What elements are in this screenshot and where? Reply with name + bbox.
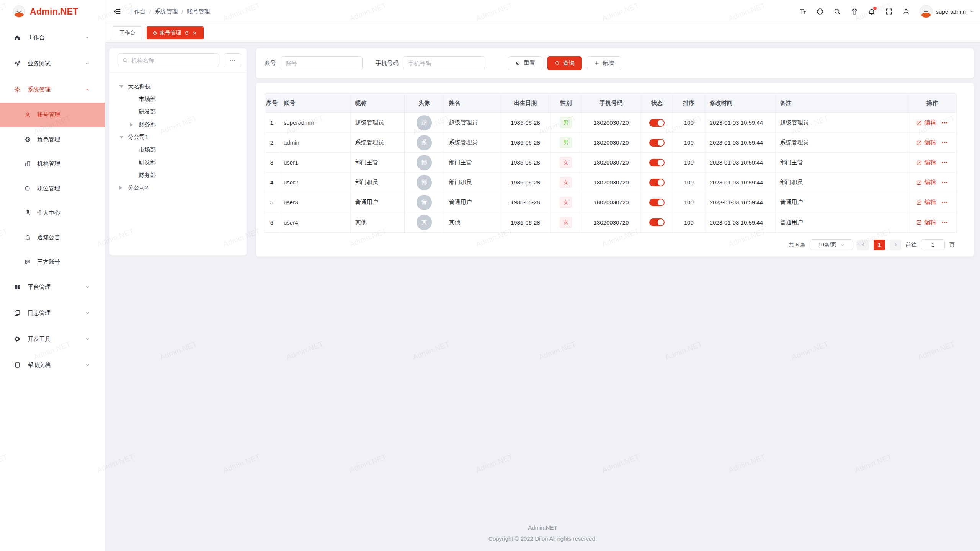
status-toggle[interactable] [649, 139, 665, 147]
sidebar-item-org-management[interactable]: 机构管理 [0, 152, 105, 176]
tree-node-7[interactable]: 财务部 [118, 169, 241, 181]
page-size-value: 10条/页 [818, 241, 836, 248]
sidebar-item-role-management[interactable]: 角色管理 [0, 127, 105, 152]
account-input[interactable] [281, 56, 363, 70]
sidebar-item-position-management[interactable]: 职位管理 [0, 176, 105, 201]
query-button[interactable]: 查询 [547, 56, 582, 70]
user-avatar [920, 5, 933, 18]
sidebar-item-label: 平台管理 [28, 284, 51, 291]
more-actions-icon[interactable] [941, 179, 948, 186]
status-toggle[interactable] [649, 119, 665, 127]
language-icon[interactable] [816, 8, 824, 15]
close-icon[interactable] [192, 31, 197, 36]
modified-time-value: 2023-01-03 10:59:44 [710, 199, 763, 205]
edit-button[interactable]: 编辑 [916, 179, 936, 186]
sidebar-item-platform-management[interactable]: 平台管理 [0, 274, 105, 300]
sidebar-item-log-management[interactable]: 日志管理 [0, 300, 105, 326]
sidebar-item-notice[interactable]: 通知公告 [0, 225, 105, 249]
sort-value: 100 [684, 219, 694, 226]
org-search-input[interactable] [118, 53, 219, 67]
prev-page-button[interactable] [858, 240, 869, 250]
sort-value: 100 [684, 139, 694, 146]
notification-bell-icon[interactable] [868, 8, 875, 15]
sidebar-item-system-management[interactable]: 系统管理 [0, 77, 105, 103]
sidebar-item-third-party-account[interactable]: 三方账号 [0, 249, 105, 274]
more-actions-icon[interactable] [941, 199, 948, 206]
chip-icon [14, 336, 21, 342]
tree-node-3[interactable]: 财务部 [118, 118, 241, 131]
page-size-select[interactable]: 10条/页 [810, 239, 853, 250]
active-dot-icon [153, 31, 157, 35]
tab-workbench[interactable]: 工作台 [113, 26, 142, 39]
tree-node-label: 市场部 [139, 96, 156, 103]
tree-node-6[interactable]: 研发部 [118, 156, 241, 169]
sidebar-item-business-test[interactable]: 业务测试 [0, 51, 105, 77]
font-size-icon[interactable] [799, 8, 807, 15]
table-row: 1superadmin超级管理员超超级管理员1986-06-28男1802003… [265, 113, 956, 133]
chat-icon [24, 259, 31, 265]
search-icon [555, 60, 560, 66]
more-actions-icon[interactable] [941, 139, 948, 146]
sidebar-item-help-docs[interactable]: 帮助文档 [0, 352, 105, 378]
status-cell [641, 153, 673, 172]
user-icon[interactable] [902, 8, 910, 15]
chevron-down-icon [85, 35, 90, 40]
status-toggle[interactable] [649, 218, 665, 226]
sidebar-item-dev-tools[interactable]: 开发工具 [0, 326, 105, 352]
sidebar-item-label: 日志管理 [28, 310, 51, 317]
column-header: 出生日期 [500, 94, 550, 112]
sort-cell: 100 [673, 133, 705, 152]
refresh-icon[interactable] [184, 31, 189, 36]
remark-cell: 普通用户 [776, 212, 908, 232]
edit-button[interactable]: 编辑 [916, 159, 936, 166]
column-header: 操作 [908, 94, 956, 112]
chevron-down-icon [85, 337, 90, 341]
tree-node-label: 研发部 [139, 159, 156, 166]
column-header: 姓名 [444, 94, 500, 112]
user-menu[interactable]: superadmin [920, 5, 974, 18]
tree-node-2[interactable]: 研发部 [118, 106, 241, 118]
menu-fold-icon[interactable] [113, 7, 121, 16]
tree-node-5[interactable]: 市场部 [118, 143, 241, 156]
more-actions-icon[interactable] [941, 219, 948, 226]
more-actions-icon[interactable] [941, 159, 948, 166]
name-cell: 部门职员 [444, 173, 500, 192]
sidebar-item-workbench[interactable]: 工作台 [0, 24, 105, 51]
tree-node-0[interactable]: 大名科技 [118, 80, 241, 93]
tree-node-1[interactable]: 市场部 [118, 93, 241, 106]
edit-button[interactable]: 编辑 [916, 199, 936, 206]
remark-cell: 系统管理员 [776, 133, 908, 152]
tab-account-management[interactable]: 账号管理 [147, 26, 204, 39]
goto-page-input[interactable] [921, 239, 945, 250]
phone-input[interactable] [403, 56, 485, 70]
fullscreen-icon[interactable] [885, 8, 893, 15]
breadcrumb-item[interactable]: 系统管理 [155, 8, 178, 15]
tree-node-4[interactable]: 分公司1 [118, 131, 241, 143]
breadcrumb-item[interactable]: 工作台 [128, 8, 145, 15]
tree-node-8[interactable]: 分公司2 [118, 181, 241, 194]
theme-icon[interactable] [851, 8, 858, 15]
modified-cell: 2023-01-03 10:59:44 [705, 192, 776, 212]
row-index: 5 [270, 199, 273, 205]
sidebar-item-personal-center[interactable]: 个人中心 [0, 201, 105, 225]
gender-tag: 男 [560, 137, 572, 148]
page-number-current[interactable]: 1 [874, 240, 885, 250]
name-cell: 系统管理员 [444, 133, 500, 152]
add-button[interactable]: 新增 [587, 56, 621, 70]
gender-tag: 女 [560, 177, 572, 188]
tree-more-button[interactable] [224, 53, 241, 67]
more-actions-icon[interactable] [941, 119, 948, 126]
reset-button[interactable]: 重置 [508, 56, 542, 70]
next-page-button[interactable] [890, 240, 901, 250]
edit-button[interactable]: 编辑 [916, 139, 936, 146]
search-icon[interactable] [833, 8, 841, 15]
status-toggle[interactable] [649, 159, 665, 166]
status-toggle[interactable] [649, 199, 665, 206]
status-toggle[interactable] [649, 179, 665, 186]
row-index: 2 [270, 139, 273, 146]
app-logo[interactable]: Admin.NET [0, 0, 105, 23]
edit-button[interactable]: 编辑 [916, 119, 936, 126]
sidebar-item-account-management[interactable]: 账号管理 [0, 103, 105, 127]
edit-button[interactable]: 编辑 [916, 219, 936, 226]
row-index: 3 [270, 159, 273, 166]
